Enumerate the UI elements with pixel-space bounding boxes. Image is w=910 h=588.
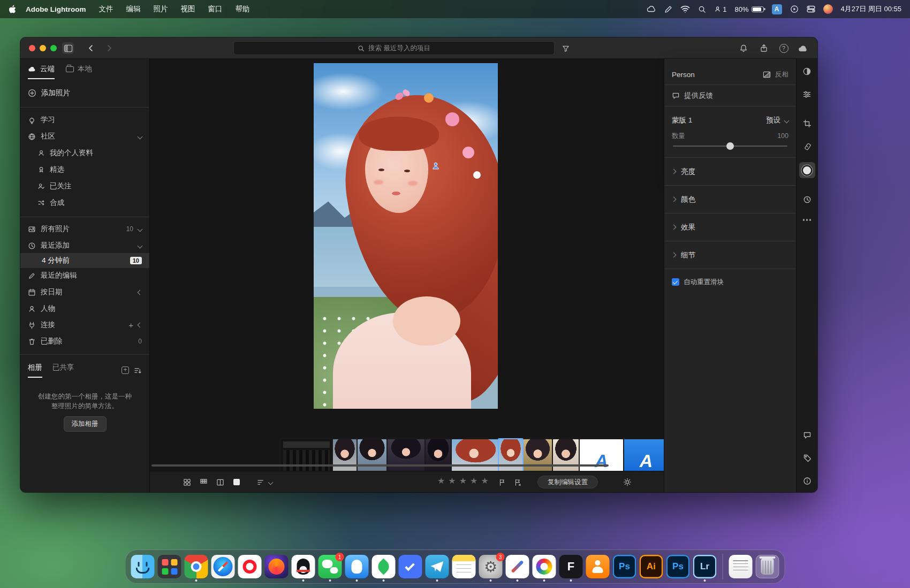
dock-evernote[interactable]: [372, 555, 396, 578]
add-album-icon[interactable]: +: [122, 366, 129, 374]
preset-label[interactable]: 预设: [766, 116, 780, 125]
back-icon[interactable]: [85, 42, 97, 54]
dock-finder[interactable]: [131, 555, 155, 578]
pen-status-icon[interactable]: [664, 4, 672, 14]
sidebar-item-connections[interactable]: 连接 +: [20, 317, 149, 332]
dock-chrome[interactable]: [185, 555, 208, 578]
user-avatar[interactable]: [823, 4, 833, 14]
menu-photo[interactable]: 照片: [153, 4, 168, 14]
sidebar-item-my-profile[interactable]: 我的个人资料: [20, 146, 149, 161]
dock-photoshop[interactable]: Ps: [613, 555, 636, 578]
invert-label[interactable]: 反相: [775, 70, 788, 79]
sidebar-item-people[interactable]: 人物: [20, 301, 149, 316]
amount-slider[interactable]: [673, 146, 787, 147]
spotlight-icon[interactable]: [698, 4, 706, 14]
section-light[interactable]: 亮度: [664, 158, 796, 185]
grid-view-icon[interactable]: [181, 476, 193, 488]
input-source-icon[interactable]: A: [772, 4, 782, 14]
search-input[interactable]: 搜索 最近导入的项目: [233, 41, 555, 55]
menubar-app-name[interactable]: Adobe Lightroom: [26, 5, 86, 13]
keywords-tag-icon[interactable]: [799, 450, 815, 466]
tab-local[interactable]: 本地: [66, 64, 92, 79]
dock-notes[interactable]: [452, 555, 476, 578]
dock-lightroom[interactable]: Lr: [693, 555, 717, 578]
preset-chevron-icon[interactable]: [784, 118, 790, 123]
edit-adjust-icon[interactable]: [799, 63, 815, 79]
chevron-down-icon[interactable]: [138, 134, 143, 139]
dock-qq[interactable]: [292, 555, 315, 578]
dock-opera[interactable]: [238, 555, 262, 578]
menu-view[interactable]: 视图: [180, 4, 195, 14]
dock-media-player[interactable]: [533, 555, 556, 578]
menubar-datetime[interactable]: 4月27日 周日 00:55: [841, 4, 901, 14]
sort-albums-icon[interactable]: [134, 367, 142, 374]
add-connection-icon[interactable]: +: [128, 320, 133, 330]
detail-view-icon[interactable]: [231, 476, 242, 488]
minimize-window-button[interactable]: [40, 45, 46, 51]
auto-reset-checkbox[interactable]: [672, 278, 679, 286]
tab-cloud[interactable]: 云端: [28, 64, 55, 79]
star-rating[interactable]: ★★★★★: [437, 476, 492, 486]
auto-reset-row[interactable]: 自动重置滑块: [664, 274, 796, 290]
sidebar-item-recent-edits[interactable]: 最近的编辑: [20, 268, 149, 283]
sidebar-item-featured[interactable]: 精选: [20, 162, 149, 177]
screen-share-status-icon[interactable]: 1: [714, 5, 726, 13]
section-color[interactable]: 颜色: [664, 186, 796, 213]
copy-edit-settings-button[interactable]: 复制编辑设置: [537, 476, 598, 488]
sidebar-item-recent-group[interactable]: 4 分钟前 10: [20, 253, 149, 268]
control-center-icon[interactable]: [807, 4, 815, 14]
forward-icon[interactable]: [103, 42, 115, 54]
filmstrip-scrollbar[interactable]: [151, 464, 609, 467]
compare-view-icon[interactable]: [214, 476, 226, 488]
add-album-button[interactable]: 添加相册: [64, 416, 107, 432]
masking-icon[interactable]: [799, 162, 815, 178]
menu-edit[interactable]: 编辑: [126, 4, 140, 14]
dock-illustrator[interactable]: Ai: [640, 555, 663, 578]
creative-cloud-icon[interactable]: [647, 4, 656, 14]
apple-menu-icon[interactable]: [9, 4, 16, 14]
dock-ticktick[interactable]: [399, 555, 422, 578]
dock-photoshop-beta[interactable]: Ps: [666, 555, 690, 578]
filter-icon[interactable]: [560, 42, 572, 54]
healing-icon[interactable]: [799, 139, 815, 155]
dock-trash[interactable]: [756, 555, 779, 578]
sort-chevron-icon[interactable]: [267, 476, 274, 488]
zoom-window-button[interactable]: [50, 45, 57, 51]
sidebar-item-following[interactable]: 已关注: [20, 179, 149, 194]
dock-wangwang[interactable]: [586, 555, 610, 578]
dock-firefox[interactable]: [265, 555, 289, 578]
chevron-down-icon[interactable]: [138, 243, 143, 248]
chevron-down-icon[interactable]: [138, 226, 143, 232]
menu-help[interactable]: 帮助: [235, 4, 249, 14]
dock-wechat[interactable]: 1: [318, 555, 342, 578]
sidebar-item-by-date[interactable]: 按日期: [20, 285, 149, 300]
share-icon[interactable]: [758, 42, 770, 54]
dock-f-app[interactable]: F: [559, 555, 583, 578]
sidebar-item-all-photos[interactable]: 所有照片 10: [20, 222, 149, 236]
tab-albums[interactable]: 相册: [28, 363, 42, 378]
settings-gear-icon[interactable]: [621, 476, 633, 488]
chevron-collapsed-icon[interactable]: [138, 289, 143, 295]
section-detail[interactable]: 细节: [664, 241, 796, 269]
sidebar-item-deleted[interactable]: 已删除 0: [20, 334, 149, 349]
sidebar-toggle-icon[interactable]: [62, 42, 74, 54]
flag-pick-icon[interactable]: [496, 476, 508, 488]
dock-screenshot[interactable]: [506, 555, 529, 578]
battery-indicator[interactable]: 80%: [735, 5, 764, 13]
wifi-icon[interactable]: [680, 4, 690, 14]
dock-tim[interactable]: [345, 555, 369, 578]
sort-icon[interactable]: [255, 476, 267, 488]
sidebar-item-recently-added[interactable]: 最近添加: [20, 238, 149, 253]
versions-clock-icon[interactable]: [799, 192, 815, 208]
dock-launchpad[interactable]: [158, 555, 181, 578]
main-photo[interactable]: [314, 63, 498, 409]
notifications-bell-icon[interactable]: [738, 42, 749, 54]
help-icon[interactable]: ?: [778, 42, 790, 54]
info-icon[interactable]: [799, 473, 815, 489]
tab-shared[interactable]: 已共享: [52, 363, 74, 378]
dock-settings[interactable]: ⚙3: [479, 555, 503, 578]
invert-icon[interactable]: [763, 71, 771, 78]
menu-window[interactable]: 窗口: [208, 4, 222, 14]
chevron-collapsed-icon[interactable]: [138, 322, 143, 327]
dock-textedit[interactable]: [729, 555, 753, 578]
